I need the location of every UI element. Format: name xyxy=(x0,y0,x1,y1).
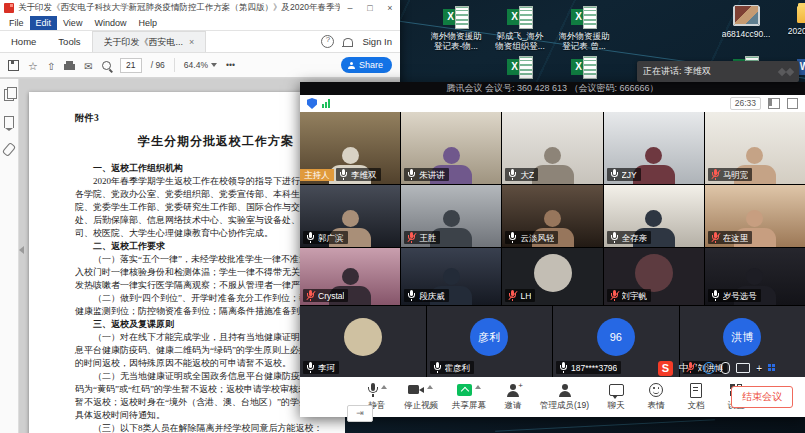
soft-keyboard-icon[interactable] xyxy=(736,363,750,373)
page-thumbnails-icon[interactable] xyxy=(4,89,14,101)
participant-tile[interactable]: 彦利霍彦利 xyxy=(427,306,553,377)
participant-name: 大Z xyxy=(520,170,534,180)
page-number-input[interactable]: 21 xyxy=(120,58,142,73)
fullscreen-icon[interactable] xyxy=(787,98,798,109)
maximize-button[interactable]: □ xyxy=(360,0,380,16)
search-icon[interactable] xyxy=(102,61,111,70)
chevron-up-icon[interactable] xyxy=(475,385,481,389)
bell-icon[interactable] xyxy=(343,38,353,47)
chevron-up-icon[interactable] xyxy=(427,385,433,389)
desktop-icon-image[interactable]: a6814cc90... xyxy=(718,6,774,51)
participant-tile[interactable]: 李珂 xyxy=(300,306,426,377)
shield-icon[interactable] xyxy=(307,98,317,109)
page-total: / 96 xyxy=(151,60,165,70)
zoom-dropdown[interactable]: 64.4% xyxy=(184,60,217,70)
participant-tile[interactable]: 岁号选号 xyxy=(705,248,805,305)
tab-home[interactable]: Home xyxy=(0,32,47,52)
participant-label: 大Z xyxy=(505,168,538,181)
participant-tile[interactable]: 郭广滨 xyxy=(300,185,400,247)
chat-button[interactable]: 聊天 xyxy=(603,383,629,412)
invite-button[interactable]: +邀请 xyxy=(500,383,526,412)
camera-button[interactable]: 停止视频 xyxy=(404,383,438,412)
ime-toolbox-icon[interactable] xyxy=(768,364,777,373)
desktop-icon-excel[interactable]: X海外物资援助 登记表 曾... xyxy=(556,6,612,51)
participant-tile[interactable]: 大Z xyxy=(502,112,602,184)
sign-in-button[interactable]: Sign In xyxy=(362,36,392,47)
chevron-up-icon[interactable] xyxy=(381,385,387,389)
attachments-icon[interactable] xyxy=(2,142,16,157)
more-tools-button[interactable]: ••• xyxy=(226,60,235,70)
ime-add[interactable]: + xyxy=(756,363,762,374)
folder-file-icon xyxy=(797,6,805,23)
desktop: X海外物资援助 登记表-物...X郭成飞_海外 物资组织登...X海外物资援助 … xyxy=(0,0,805,433)
desktop-icon-folder[interactable]: 2020寒假工 作 xyxy=(782,6,805,51)
ime-punctuation[interactable]: ’ xyxy=(695,363,697,374)
participant-name: 李珂 xyxy=(318,363,335,373)
participant-label: 马明宽 xyxy=(708,168,753,181)
close-button[interactable]: × xyxy=(380,0,400,16)
sogou-logo-icon[interactable]: S xyxy=(658,361,673,376)
desktop-icon-excel[interactable]: X xyxy=(492,56,548,81)
mic-muted-icon xyxy=(407,232,416,243)
participant-tile[interactable]: 云淡风轻 xyxy=(502,185,602,247)
meeting-timer: 26:33 xyxy=(730,97,761,110)
print-icon[interactable] xyxy=(64,64,75,70)
ime-mode-chinese[interactable]: 中 xyxy=(679,361,689,375)
taskbar-peek-chip[interactable]: ⇥ xyxy=(347,405,373,422)
mic-icon xyxy=(367,383,378,397)
share-button[interactable]: 共享屏幕 xyxy=(452,383,486,412)
menu-item-file[interactable]: File xyxy=(3,16,30,30)
minimize-button[interactable]: – xyxy=(340,0,360,16)
participant-tile[interactable]: 全存亲 xyxy=(604,185,704,247)
bookmarks-icon[interactable] xyxy=(4,116,14,128)
participant-tile[interactable]: Crystal xyxy=(300,248,400,305)
star-icon[interactable] xyxy=(28,56,38,74)
menu-item-edit[interactable]: Edit xyxy=(30,16,58,30)
pdf-toolbar: 21 / 96 64.4% ••• Share xyxy=(0,53,400,78)
members-icon xyxy=(558,384,572,397)
mic-muted-icon xyxy=(711,169,720,180)
chevron-down-icon xyxy=(211,63,217,67)
end-meeting-button[interactable]: 结束会议 xyxy=(731,386,793,408)
participant-tile[interactable]: LH xyxy=(502,248,602,305)
save-icon[interactable] xyxy=(8,60,19,71)
help-icon[interactable] xyxy=(321,35,334,48)
participant-tile[interactable]: 刘宇帆 xyxy=(604,248,704,305)
desktop-icon-excel[interactable]: X xyxy=(556,56,612,81)
participant-tile[interactable]: 在这里 xyxy=(705,185,805,247)
participant-label: 郭广滨 xyxy=(303,231,348,244)
menu-item-help[interactable]: Help xyxy=(132,16,163,30)
desktop-icon-excel[interactable]: X郭成飞_海外 物资组织登... xyxy=(492,6,548,51)
voice-input-icon[interactable] xyxy=(721,362,730,374)
excel-file-icon: X xyxy=(507,56,533,78)
email-icon[interactable] xyxy=(84,56,92,74)
participant-name: Crystal xyxy=(318,291,344,301)
panel-collapse-icon[interactable] xyxy=(19,246,24,254)
share-button[interactable]: Share xyxy=(341,57,392,73)
mic-icon xyxy=(407,169,416,180)
participant-tile[interactable]: 主持人李维双 xyxy=(300,112,400,184)
network-signal-icon xyxy=(322,99,330,108)
participant-tile[interactable]: 马明宽 xyxy=(705,112,805,184)
participant-tile[interactable]: 段庆威 xyxy=(401,248,501,305)
pdf-app-icon xyxy=(4,3,14,13)
menu-item-window[interactable]: Window xyxy=(88,16,132,30)
members-button[interactable]: 管理成员(19) xyxy=(540,383,589,412)
participant-tile[interactable]: 朱讲讲 xyxy=(401,112,501,184)
close-tab-icon[interactable]: × xyxy=(189,32,194,52)
menu-item-view[interactable]: View xyxy=(57,16,88,30)
participant-tile[interactable]: ZJY xyxy=(604,112,704,184)
participant-label: ZJY xyxy=(607,168,641,181)
participant-tile[interactable]: 王胜 xyxy=(401,185,501,247)
layout-view-icon[interactable] xyxy=(768,98,780,109)
doc-button[interactable]: 文档 xyxy=(683,383,709,412)
upload-icon[interactable] xyxy=(47,56,55,74)
desktop-icon-excel[interactable]: X海外物资援助 登记表-物... xyxy=(428,6,484,51)
avatar xyxy=(635,254,673,292)
tab-document[interactable]: 关于印发《西安电... × xyxy=(92,31,207,52)
tab-tools[interactable]: Tools xyxy=(47,32,91,52)
toolbar-button-label: 邀请 xyxy=(504,400,521,412)
excel-file-icon: X xyxy=(443,6,469,28)
globe-icon[interactable] xyxy=(703,362,715,374)
emoji-button[interactable]: 表情 xyxy=(643,383,669,412)
